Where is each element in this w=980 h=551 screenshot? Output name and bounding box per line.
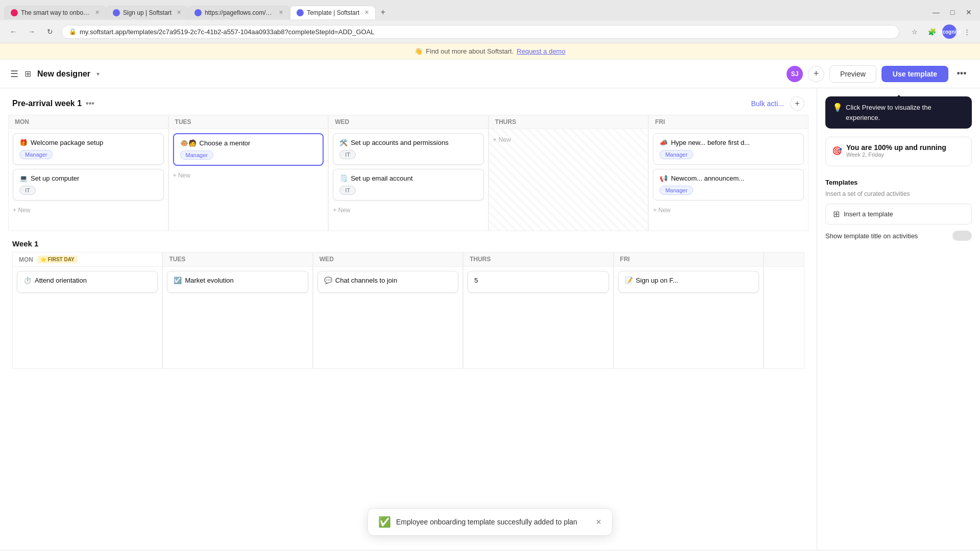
snackbar: ✅ Employee onboarding template succesful… xyxy=(368,508,612,536)
chat-channels-card[interactable]: 💬 Chat channels to join xyxy=(317,271,458,293)
choose-mentor-card[interactable]: 🐵🧑 Choose a mentor Manager xyxy=(173,133,324,166)
tab-1-title: The smart way to onboard new h... xyxy=(21,9,90,16)
tab-4[interactable]: Template | Softstart ✕ xyxy=(290,6,376,19)
manager-tag-3[interactable]: Manager xyxy=(659,150,693,159)
section-dots-icon[interactable]: ••• xyxy=(86,99,94,108)
url-text: my.softstart.app/templates/2c7a9519-2c7c… xyxy=(80,28,375,36)
use-template-button[interactable]: Use template xyxy=(881,66,948,82)
manager-tag[interactable]: Manager xyxy=(19,150,53,159)
week1-title: Week 1 xyxy=(12,239,804,248)
fri-column: 📣 Hype new... before first d... Manager … xyxy=(648,129,808,231)
bulk-action-link[interactable]: Bulk acti... xyxy=(751,99,784,108)
preview-button[interactable]: Preview xyxy=(829,65,876,83)
notification-text: Find out more about Softstart. xyxy=(426,47,513,55)
add-button[interactable]: + xyxy=(808,66,824,82)
week1-thurs-header: Thurs xyxy=(463,252,613,267)
week1-thurs-col: 5 xyxy=(463,267,613,369)
minimize-button[interactable]: — xyxy=(929,5,943,19)
market-evolution-card[interactable]: ☑️ Market evolution xyxy=(167,271,308,293)
tooltip-box: 💡 Click Preview to visualize the experie… xyxy=(825,96,972,129)
it-tag[interactable]: IT xyxy=(19,186,36,195)
set-up-accounts-card[interactable]: 🛠️ Set up accounts and permissions IT xyxy=(333,133,484,165)
tab-3-title: https://pageflows.com/_emails/... xyxy=(205,9,274,16)
notification-bar: 👋 Find out more about Softstart. Request… xyxy=(0,43,980,60)
more-options-button[interactable]: ••• xyxy=(953,66,970,82)
close-window-button[interactable]: ✕ xyxy=(962,5,976,19)
tooltip-text: Click Preview to visualize the experienc… xyxy=(846,103,965,122)
url-input[interactable]: 🔒 my.softstart.app/templates/2c7a9519-2c… xyxy=(61,25,899,39)
manager-tag-4[interactable]: Manager xyxy=(659,186,693,195)
notification-link[interactable]: Request a demo xyxy=(517,47,565,55)
profile-button[interactable]: Incognito xyxy=(942,24,957,39)
tues-column: 🐵🧑 Choose a mentor Manager + New xyxy=(168,129,329,231)
header-left: ☰ ⊞ New designer ▾ xyxy=(10,68,100,80)
tab-3[interactable]: https://pageflows.com/_emails/... ✕ xyxy=(188,6,290,19)
chevron-down-icon[interactable]: ▾ xyxy=(96,70,100,78)
thurs-new-button[interactable]: + New xyxy=(493,133,644,146)
notification-emoji: 👋 xyxy=(414,47,423,55)
set-up-computer-card[interactable]: 💻 Set up computer IT xyxy=(13,169,164,201)
snackbar-message: Employee onboarding template succesfully… xyxy=(396,518,577,526)
week1-thurs-card[interactable]: 5 xyxy=(468,271,608,293)
week1-extra-header xyxy=(764,252,804,267)
hype-new-card[interactable]: 📣 Hype new... before first d... Manager xyxy=(653,133,804,165)
pre-arrival-header: Pre-arrival week 1 ••• Bulk acti... + xyxy=(0,88,817,115)
bookmark-icon[interactable]: ☆ xyxy=(908,24,922,39)
sign-up-title: 📝 Sign up on F... xyxy=(625,277,752,284)
templates-section: Templates Insert a set of curated activi… xyxy=(825,174,972,241)
maximize-button[interactable]: □ xyxy=(945,5,960,19)
grid-icon[interactable]: ⊞ xyxy=(24,69,31,79)
set-up-accounts-title: 🛠️ Set up accounts and permissions xyxy=(339,139,477,146)
header-right: SJ + Preview Use template ••• xyxy=(787,65,970,83)
insert-template-button[interactable]: ⊞ Insert a template xyxy=(825,204,972,224)
reload-button[interactable]: ↻ xyxy=(43,24,57,39)
browser-actions: ☆ 🧩 Incognito ⋮ xyxy=(908,24,974,39)
tab-2-close[interactable]: ✕ xyxy=(177,9,181,16)
forward-button[interactable]: → xyxy=(24,24,39,39)
avatar-button[interactable]: SJ xyxy=(787,66,803,82)
extensions-icon[interactable]: 🧩 xyxy=(925,24,939,39)
incognito-label: Incognito xyxy=(938,29,961,35)
newcomer-announce-card[interactable]: 📢 Newcom... announcem... Manager xyxy=(653,169,804,201)
day-mon-header: Mon xyxy=(8,115,168,129)
it-tag-3[interactable]: IT xyxy=(339,186,356,195)
tues-add-new[interactable]: + New xyxy=(173,170,324,181)
address-bar: ← → ↻ 🔒 my.softstart.app/templates/2c7a9… xyxy=(0,20,980,43)
set-up-email-title: 🗒️ Set up email account xyxy=(339,174,477,182)
show-template-label: Show template title on activities xyxy=(825,232,918,240)
week1-headers: Mon ⭐ First day Tues Wed Thurs Fri xyxy=(12,252,804,267)
week1-wed-col: 💬 Chat channels to join xyxy=(313,267,463,369)
manager-tag-2[interactable]: Manager xyxy=(180,151,213,160)
wed-column: 🛠️ Set up accounts and permissions IT 🗒️… xyxy=(328,129,488,231)
snackbar-close-button[interactable]: ✕ xyxy=(596,518,602,526)
progress-info: You are 100% up and running Week 2, Frid… xyxy=(846,143,946,158)
tab-4-favicon xyxy=(297,9,304,16)
attend-orientation-card[interactable]: ⏱️ Attend orientation xyxy=(17,271,158,293)
day-fri-header: Fri xyxy=(648,115,808,129)
tab-3-close[interactable]: ✕ xyxy=(279,9,283,16)
tab-4-close[interactable]: ✕ xyxy=(364,9,369,16)
week1-fri-header: Fri xyxy=(614,252,764,267)
sign-up-card[interactable]: 📝 Sign up on F... xyxy=(618,271,759,293)
hamburger-icon[interactable]: ☰ xyxy=(10,68,18,80)
thurs-column: + New xyxy=(488,129,649,231)
set-up-email-card[interactable]: 🗒️ Set up email account IT xyxy=(333,169,484,201)
day-thurs-header: Thurs xyxy=(488,115,649,129)
tab-2[interactable]: Sign up | Softstart ✕ xyxy=(106,6,188,19)
week1-thurs-title: 5 xyxy=(474,277,602,284)
browser-menu-icon[interactable]: ⋮ xyxy=(960,24,974,39)
back-button[interactable]: ← xyxy=(6,24,20,39)
progress-card: 🎯 You are 100% up and running Week 2, Fr… xyxy=(825,137,972,166)
mon-add-new[interactable]: + New xyxy=(13,205,164,216)
tab-1-close[interactable]: ✕ xyxy=(95,9,100,16)
add-to-section-button[interactable]: + xyxy=(790,96,804,111)
attend-orientation-title: ⏱️ Attend orientation xyxy=(23,277,151,284)
wed-add-new[interactable]: + New xyxy=(333,205,484,216)
tab-1[interactable]: The smart way to onboard new h... ✕ xyxy=(4,6,106,19)
show-template-toggle[interactable] xyxy=(952,231,972,241)
welcome-package-card[interactable]: 🎁 Welcome package setup Manager xyxy=(13,133,164,165)
it-tag-2[interactable]: IT xyxy=(339,150,356,159)
day-wed-header: Wed xyxy=(328,115,488,129)
new-tab-button[interactable]: + xyxy=(376,5,390,19)
fri-add-new[interactable]: + New xyxy=(653,205,804,216)
